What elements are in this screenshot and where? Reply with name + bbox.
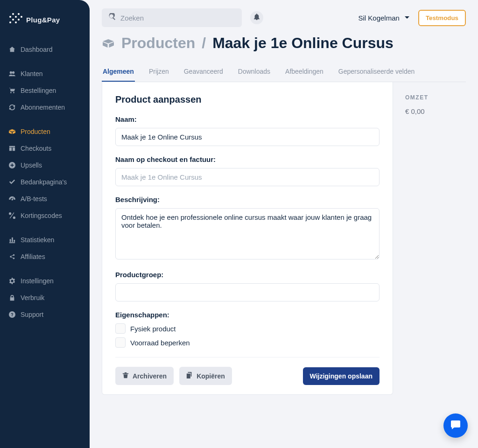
sidebar-item-verbruik[interactable]: Verbruik — [0, 289, 90, 306]
copy-button-label: Kopiëren — [197, 372, 225, 380]
breadcrumb-current: Maak je 1e Online Cursus — [212, 35, 394, 52]
sidebar-item-statistieken[interactable]: Statistieken — [0, 231, 90, 248]
sidebar-item-label: Statistieken — [21, 236, 54, 244]
copy-icon — [186, 372, 193, 380]
tab-downloads[interactable]: Downloads — [237, 62, 271, 82]
user-menu[interactable]: Sil Kogelman — [358, 14, 410, 22]
archive-button[interactable]: Archiveren — [115, 367, 174, 385]
sidebar-item-label: Support — [21, 311, 43, 318]
sidebar-item-upsells[interactable]: Upsells — [0, 157, 90, 174]
brand-logo-icon — [9, 13, 22, 26]
main: Sil Kogelman Testmodus Producten / Maak … — [90, 0, 478, 448]
tab-prijzen[interactable]: Prijzen — [148, 62, 170, 82]
properties-label: Eigenschappen: — [115, 311, 380, 319]
sidebar-item-label: A/B-tests — [21, 195, 47, 203]
sidebar-item-label: Affiliates — [21, 253, 45, 260]
sidebar-item-label: Producten — [21, 128, 50, 135]
physical-product-checkbox[interactable]: Fysiek product — [115, 323, 380, 334]
sync-icon — [8, 104, 16, 111]
topbar: Sil Kogelman Testmodus — [90, 0, 478, 35]
svg-point-1 — [13, 92, 14, 93]
user-name: Sil Kogelman — [358, 14, 400, 22]
checkbox-icon — [115, 323, 126, 334]
sidebar-item-kortingscodes[interactable]: Kortingscodes — [0, 207, 90, 224]
sidebar: Plug&Pay Dashboard Klanten Bestellingen — [0, 0, 90, 448]
sidebar-item-checkouts[interactable]: Checkouts — [0, 140, 90, 157]
testmode-button[interactable]: Testmodus — [418, 10, 466, 26]
sidebar-item-label: Bedankpagina's — [21, 178, 67, 186]
page-title: Producten / Maak je 1e Online Cursus — [102, 35, 466, 52]
search-input[interactable] — [120, 14, 235, 22]
sidebar-item-label: Abonnementen — [21, 104, 65, 111]
sidebar-item-affiliates[interactable]: Affiliates — [0, 248, 90, 265]
name-label: Naam: — [115, 115, 380, 123]
productgroup-input[interactable] — [115, 283, 380, 301]
table-icon — [8, 145, 16, 152]
gear-icon — [8, 277, 16, 285]
brand: Plug&Pay — [0, 0, 90, 35]
notifications-button[interactable] — [250, 11, 263, 24]
search-box[interactable] — [102, 8, 242, 27]
lock-icon — [8, 294, 16, 301]
productgroup-label: Productgroep: — [115, 271, 380, 279]
sidebar-item-label: Upsells — [21, 161, 42, 169]
description-textarea[interactable]: Ontdek hoe je een professionele online c… — [115, 208, 380, 259]
invoice-name-input[interactable] — [115, 168, 380, 186]
percent-icon — [8, 212, 16, 219]
sidebar-item-label: Verbruik — [21, 294, 44, 301]
gauge-icon — [8, 195, 16, 203]
limit-stock-label: Voorraad beperken — [130, 339, 190, 347]
svg-point-0 — [10, 92, 12, 93]
panel-heading: Product aanpassen — [115, 94, 380, 105]
sidebar-item-instellingen[interactable]: Instellingen — [0, 273, 90, 289]
sidebar-item-bedankpaginas[interactable]: Bedankpagina's — [0, 174, 90, 190]
plus-circle-icon — [8, 161, 16, 169]
limit-stock-checkbox[interactable]: Voorraad beperken — [115, 337, 380, 348]
home-icon — [8, 46, 16, 53]
question-icon — [8, 311, 16, 318]
sidebar-item-bestellingen[interactable]: Bestellingen — [0, 82, 90, 99]
tabs: Algemeen Prijzen Geavanceerd Downloads A… — [102, 62, 466, 82]
share-icon — [8, 253, 16, 260]
sidebar-item-label: Instellingen — [21, 277, 54, 285]
sidebar-item-label: Dashboard — [21, 46, 53, 53]
cart-icon — [8, 87, 16, 94]
checkbox-icon — [115, 337, 126, 348]
sidebar-item-label: Kortingscodes — [21, 212, 62, 219]
brand-name: Plug&Pay — [26, 16, 60, 24]
sidebar-item-label: Bestellingen — [21, 87, 56, 94]
invoice-name-label: Naam op checkout en factuur: — [115, 155, 380, 163]
sidebar-item-klanten[interactable]: Klanten — [0, 65, 90, 82]
sidebar-item-producten[interactable]: Producten — [0, 123, 90, 140]
tab-afbeeldingen[interactable]: Afbeeldingen — [284, 62, 324, 82]
sidebar-item-dashboard[interactable]: Dashboard — [0, 41, 90, 58]
sidebar-item-label: Checkouts — [21, 145, 51, 152]
archive-button-label: Archiveren — [133, 372, 167, 380]
tab-gepersonaliseerde-velden[interactable]: Gepersonaliseerde velden — [337, 62, 415, 82]
sidebar-item-abonnementen[interactable]: Abonnementen — [0, 99, 90, 116]
chevron-down-icon — [404, 14, 410, 22]
save-button[interactable]: Wijzigingen opslaan — [303, 367, 380, 385]
breadcrumb-parent[interactable]: Producten — [121, 35, 195, 52]
tab-geavanceerd[interactable]: Geavanceerd — [183, 62, 224, 82]
sidebar-item-abtests[interactable]: A/B-tests — [0, 190, 90, 207]
panel-actions: Archiveren Kopiëren Wijzigingen opslaan — [115, 357, 380, 385]
description-label: Beschrijving: — [115, 196, 380, 203]
sidebar-item-label: Klanten — [21, 70, 42, 77]
revenue-amount: € 0,00 — [405, 107, 466, 115]
product-edit-panel: Product aanpassen Naam: Naam op checkout… — [102, 82, 393, 395]
content: Producten / Maak je 1e Online Cursus Alg… — [90, 35, 478, 448]
box-open-icon — [102, 38, 115, 49]
bell-icon — [253, 14, 260, 22]
intercom-launcher[interactable] — [443, 413, 468, 438]
search-icon — [108, 13, 116, 22]
box-open-icon — [8, 128, 16, 135]
copy-button[interactable]: Kopiëren — [179, 367, 232, 385]
revenue-heading: OMZET — [405, 94, 466, 101]
sidebar-item-support[interactable]: Support — [0, 306, 90, 323]
bar-chart-icon — [8, 236, 16, 244]
chat-icon — [450, 419, 461, 432]
revenue-panel: OMZET € 0,00 — [405, 82, 466, 115]
tab-algemeen[interactable]: Algemeen — [102, 62, 135, 82]
name-input[interactable] — [115, 128, 380, 146]
